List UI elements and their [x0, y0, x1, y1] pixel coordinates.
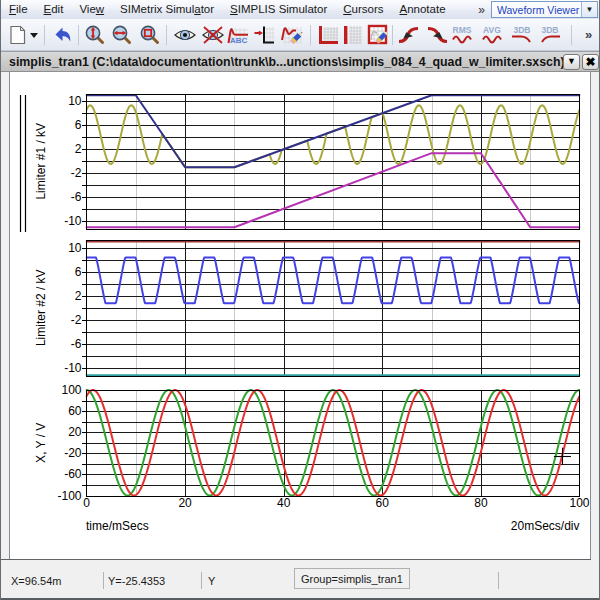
- toolbar-separator: [166, 25, 167, 45]
- svg-text:ABC: ABC: [230, 36, 248, 45]
- edit-grid-button[interactable]: [367, 24, 389, 46]
- trace-y-sine[interactable]: [87, 390, 580, 496]
- menu-item-cursors[interactable]: Cursors: [335, 1, 391, 18]
- arrow-axis-icon: [253, 24, 275, 46]
- zoom-rectangle-icon: [139, 24, 161, 46]
- x-tick-label: 0: [83, 496, 90, 510]
- red-axes-grid-icon: [317, 24, 339, 46]
- menu-item-view[interactable]: View: [71, 1, 112, 18]
- rms-measure-icon: RMS: [449, 24, 475, 46]
- menu-bar: FileEditViewSIMetrix SimulatorSIMPLIS Si…: [1, 0, 600, 19]
- measure-lowpass-3db-button[interactable]: 3DB: [509, 24, 535, 46]
- y-axis-title: X, Y / V: [34, 423, 48, 463]
- red-bar-grid-icon: [341, 24, 363, 46]
- x-tick-label: 60: [376, 496, 390, 510]
- new-document-icon: [7, 24, 29, 46]
- avg-measure-icon: AVG: [479, 24, 505, 46]
- y-tick-label: -60: [64, 467, 82, 481]
- window-title-bar[interactable]: simplis_tran1 (C:\data\documentation\tru…: [1, 51, 600, 72]
- status-divider: [201, 572, 202, 589]
- status-field: Y: [208, 575, 215, 587]
- measure-highpass-3db-button[interactable]: 3DB: [537, 24, 563, 46]
- toolbar-overflow-chevron[interactable]: »: [585, 27, 592, 42]
- waveform-chart[interactable]: 1062-2-6-10Limiter #1 / kV1062-2-6-10Lim…: [10, 72, 592, 559]
- measure-rms-button[interactable]: RMS: [449, 24, 475, 46]
- menu-item-annotate[interactable]: Annotate: [391, 1, 453, 18]
- status-field: X=96.54m: [11, 575, 61, 587]
- dropdown-arrow-icon: [28, 24, 40, 46]
- y-tick-label: 2: [75, 142, 82, 156]
- y-tick-label: -100: [57, 489, 81, 503]
- y-tick-label: -2: [71, 166, 82, 180]
- toolbar-separator: [571, 25, 572, 45]
- y-axis-title: Limiter #2 / kV: [34, 269, 48, 346]
- add-grid-button[interactable]: [317, 24, 339, 46]
- zoom-box-button[interactable]: [139, 24, 161, 46]
- add-axis-button[interactable]: [253, 24, 275, 46]
- y-tick-label: 10: [68, 241, 82, 255]
- menu-overflow-chevron[interactable]: »: [472, 3, 491, 17]
- add-axis-grid-button[interactable]: [341, 24, 363, 46]
- edit-curve-button[interactable]: [281, 24, 303, 46]
- lowpass-3db-icon: 3DB: [509, 24, 535, 46]
- curve-arrow-right-icon: [424, 24, 449, 46]
- curve-arrow-left-icon: [397, 24, 422, 46]
- status-divider: [498, 572, 499, 589]
- x-axis-title: time/mSecs: [86, 519, 149, 533]
- window-menu-button[interactable]: ▼: [563, 54, 580, 70]
- waveform-viewer-app: FileEditViewSIMetrix SimulatorSIMPLIS Si…: [0, 0, 600, 600]
- menu-item-simetrix-simulator[interactable]: SIMetrix Simulator: [112, 1, 222, 18]
- menu-item-simplis-simulator[interactable]: SIMPLIS Simulator: [222, 1, 335, 18]
- viewer-mode-value: Waveform Viewer: [492, 4, 581, 16]
- y-tick-label: 100: [61, 383, 81, 397]
- measure-avg-button[interactable]: AVG: [479, 24, 505, 46]
- label-curve-button[interactable]: ABC: [227, 24, 249, 46]
- undo-button[interactable]: [52, 24, 74, 46]
- menu-item-edit[interactable]: Edit: [36, 1, 72, 18]
- status-divider: [103, 572, 104, 589]
- new-document-dropdown[interactable]: [28, 24, 40, 46]
- y-tick-label: -20: [64, 446, 82, 460]
- status-bar: X=96.54mY=-25.4353YGroup=simplis_tran1: [1, 560, 600, 600]
- toolbar-separator: [44, 25, 45, 45]
- viewer-mode-combobox[interactable]: Waveform Viewer ▼: [491, 1, 598, 18]
- eye-crossed-icon: [201, 24, 225, 46]
- y-tick-label: 6: [75, 265, 82, 279]
- status-field: Y=-25.4353: [108, 575, 165, 587]
- toolbar: ABC: [1, 19, 600, 51]
- svg-text:3DB: 3DB: [541, 25, 558, 35]
- x-tick-label: 100: [569, 496, 589, 510]
- svg-text:RMS: RMS: [453, 25, 472, 35]
- combo-dropdown-icon[interactable]: ▼: [581, 2, 597, 17]
- y-tick-label: -10: [64, 214, 82, 228]
- svg-text:AVG: AVG: [483, 25, 501, 35]
- y-tick-label: 2: [75, 289, 82, 303]
- y-tick-label: -6: [71, 190, 82, 204]
- move-curve-left-button[interactable]: [397, 24, 422, 46]
- y-tick-label: 6: [75, 118, 82, 132]
- move-curve-right-button[interactable]: [424, 24, 449, 46]
- trace-x-sine[interactable]: [87, 390, 580, 496]
- selected-axis-indicator: [21, 95, 26, 232]
- svg-text:3DB: 3DB: [513, 25, 530, 35]
- toolbar-separator: [310, 25, 311, 45]
- toolbar-separator: [78, 25, 79, 45]
- waveform-plot-area[interactable]: 1062-2-6-10Limiter #1 / kV1062-2-6-10Lim…: [9, 72, 591, 559]
- new-document-button[interactable]: [7, 24, 29, 46]
- x-tick-label: 40: [277, 496, 291, 510]
- y-tick-label: -2: [71, 313, 82, 327]
- trace-limited-sine[interactable]: [87, 105, 580, 167]
- window-close-button[interactable]: ✖: [582, 54, 599, 70]
- window-title: simplis_tran1 (C:\data\documentation\tru…: [1, 55, 563, 69]
- show-curve-button[interactable]: [173, 24, 197, 46]
- toolbar-separator: [392, 25, 393, 45]
- hide-curve-button[interactable]: [201, 24, 225, 46]
- menu-item-file[interactable]: File: [1, 1, 36, 18]
- curve-pencil-icon: [281, 24, 303, 46]
- zoom-x-button[interactable]: [111, 24, 133, 46]
- eye-icon: [173, 24, 197, 46]
- zoom-vertical-icon: [84, 24, 106, 46]
- zoom-horizontal-icon: [111, 24, 133, 46]
- y-tick-label: 10: [68, 94, 82, 108]
- zoom-fit-button[interactable]: [84, 24, 106, 46]
